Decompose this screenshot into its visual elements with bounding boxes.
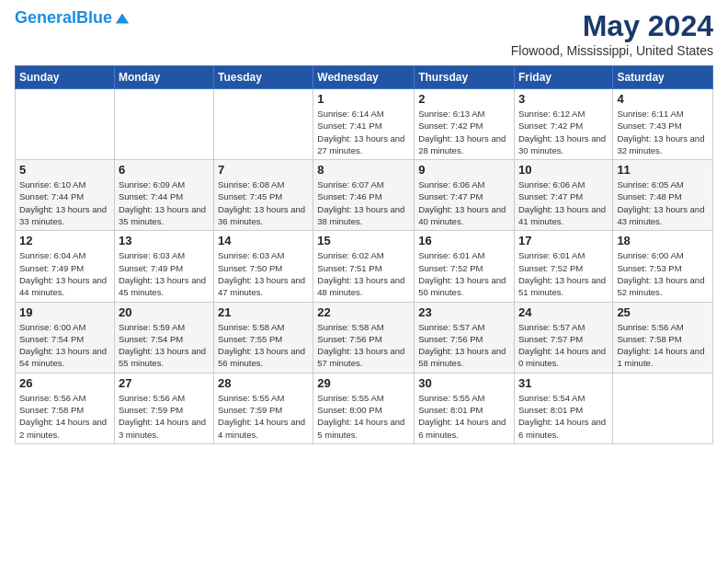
calendar-cell: 18Sunrise: 6:00 AM Sunset: 7:53 PM Dayli… bbox=[613, 231, 713, 302]
calendar-cell: 24Sunrise: 5:57 AM Sunset: 7:57 PM Dayli… bbox=[514, 302, 612, 373]
day-number: 13 bbox=[119, 234, 210, 247]
day-number: 22 bbox=[317, 305, 410, 319]
calendar-cell: 11Sunrise: 6:05 AM Sunset: 7:48 PM Dayli… bbox=[613, 160, 713, 231]
calendar-cell: 21Sunrise: 5:58 AM Sunset: 7:55 PM Dayli… bbox=[214, 302, 313, 373]
calendar-cell: 12Sunrise: 6:04 AM Sunset: 7:49 PM Dayli… bbox=[16, 231, 115, 302]
calendar-cell: 2Sunrise: 6:13 AM Sunset: 7:42 PM Daylig… bbox=[415, 89, 515, 160]
calendar-cell: 25Sunrise: 5:56 AM Sunset: 7:58 PM Dayli… bbox=[613, 302, 713, 373]
svg-marker-0 bbox=[116, 13, 129, 23]
day-number: 25 bbox=[617, 305, 709, 319]
calendar-header-thursday: Thursday bbox=[415, 66, 515, 89]
day-number: 14 bbox=[218, 234, 309, 247]
day-info: Sunrise: 6:14 AM Sunset: 7:41 PM Dayligh… bbox=[317, 108, 410, 156]
day-info: Sunrise: 6:00 AM Sunset: 7:54 PM Dayligh… bbox=[19, 321, 110, 370]
day-number: 18 bbox=[617, 234, 709, 247]
calendar-cell: 30Sunrise: 5:55 AM Sunset: 8:01 PM Dayli… bbox=[415, 373, 515, 443]
calendar-cell: 14Sunrise: 6:03 AM Sunset: 7:50 PM Dayli… bbox=[214, 231, 313, 302]
day-info: Sunrise: 6:08 AM Sunset: 7:45 PM Dayligh… bbox=[218, 178, 309, 227]
day-info: Sunrise: 6:01 AM Sunset: 7:52 PM Dayligh… bbox=[518, 249, 609, 298]
day-number: 12 bbox=[19, 234, 110, 247]
day-info: Sunrise: 6:03 AM Sunset: 7:50 PM Dayligh… bbox=[218, 249, 309, 298]
day-info: Sunrise: 6:13 AM Sunset: 7:42 PM Dayligh… bbox=[418, 108, 510, 156]
day-number: 31 bbox=[518, 376, 609, 390]
day-info: Sunrise: 5:55 AM Sunset: 7:59 PM Dayligh… bbox=[218, 392, 309, 441]
day-number: 1 bbox=[317, 92, 410, 106]
day-info: Sunrise: 6:00 AM Sunset: 7:53 PM Dayligh… bbox=[617, 249, 709, 298]
calendar-cell: 8Sunrise: 6:07 AM Sunset: 7:46 PM Daylig… bbox=[313, 160, 415, 231]
calendar-cell: 28Sunrise: 5:55 AM Sunset: 7:59 PM Dayli… bbox=[214, 373, 313, 443]
day-info: Sunrise: 6:10 AM Sunset: 7:44 PM Dayligh… bbox=[19, 178, 110, 227]
calendar-cell: 19Sunrise: 6:00 AM Sunset: 7:54 PM Dayli… bbox=[16, 302, 115, 373]
day-info: Sunrise: 5:58 AM Sunset: 7:56 PM Dayligh… bbox=[317, 321, 410, 370]
day-number: 10 bbox=[518, 163, 609, 177]
calendar-header-wednesday: Wednesday bbox=[313, 66, 415, 89]
day-info: Sunrise: 6:09 AM Sunset: 7:44 PM Dayligh… bbox=[119, 178, 210, 227]
day-info: Sunrise: 5:57 AM Sunset: 7:57 PM Dayligh… bbox=[518, 321, 609, 370]
month-title: May 2024 bbox=[511, 9, 713, 43]
calendar-week-row: 26Sunrise: 5:56 AM Sunset: 7:58 PM Dayli… bbox=[16, 373, 713, 443]
calendar-cell: 26Sunrise: 5:56 AM Sunset: 7:58 PM Dayli… bbox=[16, 373, 115, 443]
calendar-week-row: 12Sunrise: 6:04 AM Sunset: 7:49 PM Dayli… bbox=[16, 231, 713, 302]
calendar-cell: 29Sunrise: 5:55 AM Sunset: 8:00 PM Dayli… bbox=[313, 373, 415, 443]
calendar-cell: 17Sunrise: 6:01 AM Sunset: 7:52 PM Dayli… bbox=[514, 231, 612, 302]
logo: GeneralBlue bbox=[15, 9, 131, 28]
header: GeneralBlue May 2024 Flowood, Mississipp… bbox=[15, 9, 713, 58]
day-number: 6 bbox=[119, 163, 210, 177]
day-number: 16 bbox=[418, 234, 510, 247]
day-info: Sunrise: 5:56 AM Sunset: 7:58 PM Dayligh… bbox=[19, 392, 110, 441]
day-info: Sunrise: 5:55 AM Sunset: 8:01 PM Dayligh… bbox=[418, 392, 510, 441]
calendar-cell: 3Sunrise: 6:12 AM Sunset: 7:42 PM Daylig… bbox=[514, 89, 612, 160]
day-number: 9 bbox=[418, 163, 510, 177]
calendar-cell: 15Sunrise: 6:02 AM Sunset: 7:51 PM Dayli… bbox=[313, 231, 415, 302]
day-number: 23 bbox=[418, 305, 510, 319]
location: Flowood, Mississippi, United States bbox=[511, 43, 713, 58]
calendar-week-row: 19Sunrise: 6:00 AM Sunset: 7:54 PM Dayli… bbox=[16, 302, 713, 373]
calendar-cell bbox=[214, 89, 313, 160]
calendar-header-sunday: Sunday bbox=[16, 66, 115, 89]
calendar-cell bbox=[114, 89, 213, 160]
calendar-week-row: 1Sunrise: 6:14 AM Sunset: 7:41 PM Daylig… bbox=[16, 89, 713, 160]
calendar-cell: 6Sunrise: 6:09 AM Sunset: 7:44 PM Daylig… bbox=[114, 160, 213, 231]
day-number: 17 bbox=[518, 234, 609, 247]
day-info: Sunrise: 5:56 AM Sunset: 7:58 PM Dayligh… bbox=[617, 321, 709, 370]
day-info: Sunrise: 6:06 AM Sunset: 7:47 PM Dayligh… bbox=[518, 178, 609, 227]
day-number: 3 bbox=[518, 92, 609, 106]
day-number: 7 bbox=[218, 163, 309, 177]
day-number: 8 bbox=[317, 163, 410, 177]
day-number: 28 bbox=[218, 376, 309, 390]
day-info: Sunrise: 6:02 AM Sunset: 7:51 PM Dayligh… bbox=[317, 249, 410, 298]
calendar-cell bbox=[16, 89, 115, 160]
calendar-cell: 5Sunrise: 6:10 AM Sunset: 7:44 PM Daylig… bbox=[16, 160, 115, 231]
page: GeneralBlue May 2024 Flowood, Mississipp… bbox=[0, 0, 728, 454]
calendar-cell: 27Sunrise: 5:56 AM Sunset: 7:59 PM Dayli… bbox=[114, 373, 213, 443]
day-number: 26 bbox=[19, 376, 110, 390]
day-info: Sunrise: 6:07 AM Sunset: 7:46 PM Dayligh… bbox=[317, 178, 410, 227]
calendar-cell: 7Sunrise: 6:08 AM Sunset: 7:45 PM Daylig… bbox=[214, 160, 313, 231]
day-number: 2 bbox=[418, 92, 510, 106]
day-number: 29 bbox=[317, 376, 410, 390]
day-info: Sunrise: 6:05 AM Sunset: 7:48 PM Dayligh… bbox=[617, 178, 709, 227]
day-info: Sunrise: 5:59 AM Sunset: 7:54 PM Dayligh… bbox=[119, 321, 210, 370]
calendar-header-saturday: Saturday bbox=[613, 66, 713, 89]
day-info: Sunrise: 6:12 AM Sunset: 7:42 PM Dayligh… bbox=[518, 108, 609, 156]
calendar-cell: 20Sunrise: 5:59 AM Sunset: 7:54 PM Dayli… bbox=[114, 302, 213, 373]
day-number: 11 bbox=[617, 163, 709, 177]
day-info: Sunrise: 6:01 AM Sunset: 7:52 PM Dayligh… bbox=[418, 249, 510, 298]
calendar-week-row: 5Sunrise: 6:10 AM Sunset: 7:44 PM Daylig… bbox=[16, 160, 713, 231]
day-number: 5 bbox=[19, 163, 110, 177]
logo-icon bbox=[114, 10, 131, 27]
day-number: 30 bbox=[418, 376, 510, 390]
calendar-cell: 16Sunrise: 6:01 AM Sunset: 7:52 PM Dayli… bbox=[415, 231, 515, 302]
day-info: Sunrise: 6:11 AM Sunset: 7:43 PM Dayligh… bbox=[617, 108, 709, 156]
calendar-cell: 1Sunrise: 6:14 AM Sunset: 7:41 PM Daylig… bbox=[313, 89, 415, 160]
calendar-cell: 23Sunrise: 5:57 AM Sunset: 7:56 PM Dayli… bbox=[415, 302, 515, 373]
logo-text: GeneralBlue bbox=[15, 9, 112, 28]
day-number: 20 bbox=[119, 305, 210, 319]
day-info: Sunrise: 6:03 AM Sunset: 7:49 PM Dayligh… bbox=[119, 249, 210, 298]
day-info: Sunrise: 5:57 AM Sunset: 7:56 PM Dayligh… bbox=[418, 321, 510, 370]
calendar-header-tuesday: Tuesday bbox=[214, 66, 313, 89]
calendar-cell: 13Sunrise: 6:03 AM Sunset: 7:49 PM Dayli… bbox=[114, 231, 213, 302]
calendar-cell: 10Sunrise: 6:06 AM Sunset: 7:47 PM Dayli… bbox=[514, 160, 612, 231]
calendar-cell bbox=[613, 373, 713, 443]
calendar-cell: 31Sunrise: 5:54 AM Sunset: 8:01 PM Dayli… bbox=[514, 373, 612, 443]
